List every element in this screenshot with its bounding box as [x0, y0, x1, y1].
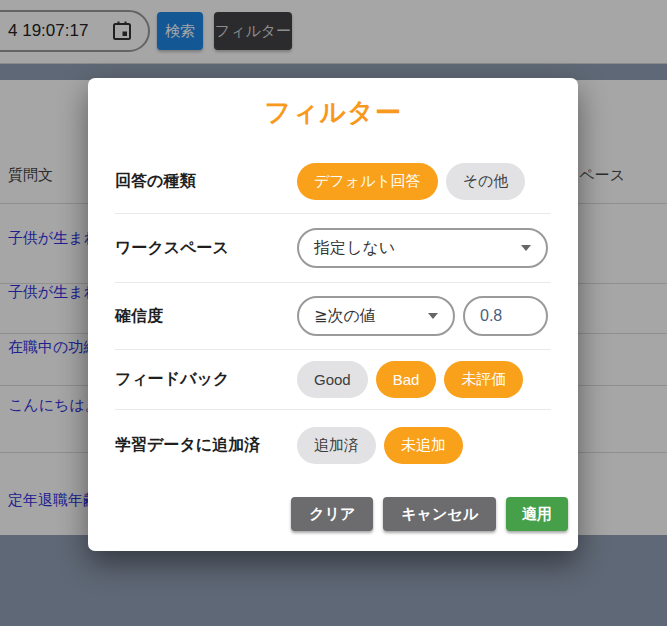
training-not-added-toggle[interactable]: 未追加 — [384, 427, 463, 464]
row-training-data: 学習データに追加済 追加済 未追加 — [115, 410, 551, 480]
modal-footer: クリア キャンセル 適用 — [88, 497, 568, 531]
training-added-toggle[interactable]: 追加済 — [297, 427, 376, 464]
answer-type-default-toggle[interactable]: デフォルト回答 — [297, 163, 438, 200]
feedback-unrated-toggle[interactable]: 未評価 — [444, 361, 523, 398]
apply-button[interactable]: 適用 — [506, 497, 568, 531]
modal-title: フィルター — [88, 94, 578, 130]
confidence-operator-select[interactable]: ≧次の値 — [297, 296, 455, 336]
training-data-label: 学習データに追加済 — [115, 435, 297, 456]
workspace-selected-value: 指定しない — [314, 238, 395, 259]
feedback-label: フィードバック — [115, 369, 297, 390]
clear-button[interactable]: クリア — [291, 497, 373, 531]
confidence-operator-value: ≧次の値 — [314, 306, 376, 327]
cancel-button[interactable]: キャンセル — [383, 497, 496, 531]
chevron-down-icon — [428, 313, 438, 319]
confidence-value-input[interactable] — [463, 296, 548, 336]
chevron-down-icon — [521, 245, 531, 251]
row-confidence: 確信度 ≧次の値 — [115, 283, 551, 350]
workspace-label: ワークスペース — [115, 238, 297, 259]
row-workspace: ワークスペース 指定しない — [115, 214, 551, 283]
filter-modal: フィルター 回答の種類 デフォルト回答 その他 ワークスペース 指定しない 確信… — [88, 78, 578, 551]
confidence-label: 確信度 — [115, 306, 297, 327]
workspace-select[interactable]: 指定しない — [297, 228, 548, 268]
answer-type-other-toggle[interactable]: その他 — [446, 163, 526, 200]
row-feedback: フィードバック Good Bad 未評価 — [115, 350, 551, 410]
feedback-bad-toggle[interactable]: Bad — [376, 361, 437, 398]
answer-type-label: 回答の種類 — [115, 171, 297, 192]
feedback-good-toggle[interactable]: Good — [297, 361, 368, 398]
row-answer-type: 回答の種類 デフォルト回答 その他 — [115, 150, 551, 214]
